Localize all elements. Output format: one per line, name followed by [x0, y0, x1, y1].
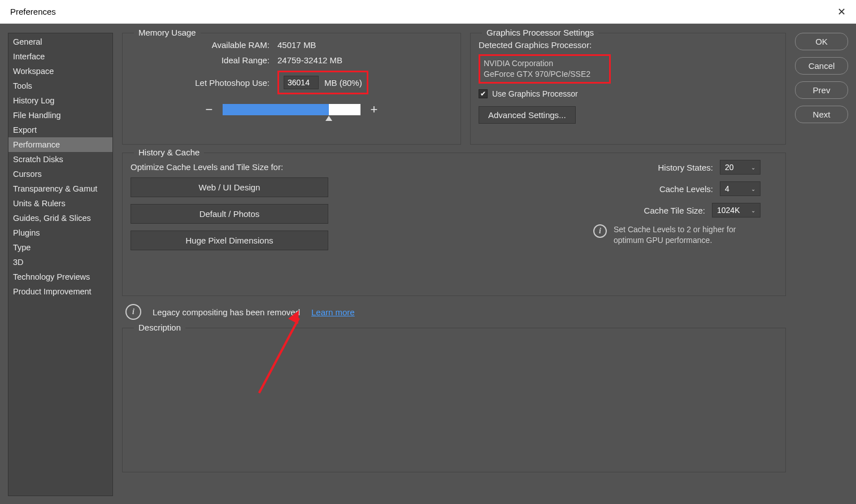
sidebar-item-workspace[interactable]: Workspace	[8, 64, 112, 79]
info-icon: i	[125, 304, 141, 320]
gpu-model: GeForce GTX 970/PCIe/SSE2	[484, 69, 606, 80]
cache-tile-label: Cache Tile Size:	[644, 206, 705, 215]
sidebar-item-units-rulers[interactable]: Units & Rulers	[8, 196, 112, 211]
window-title: Preferences	[10, 7, 56, 16]
cache-info-text: Set Cache Levels to 2 or higher for opti…	[614, 224, 761, 246]
memory-use-input[interactable]	[284, 76, 319, 89]
gpu-settings-group: Graphics Processor Settings Detected Gra…	[470, 33, 786, 145]
sidebar-item-export[interactable]: Export	[8, 123, 112, 137]
let-use-label: Let Photoshop Use:	[131, 78, 277, 88]
sidebar-item-general[interactable]: General	[8, 34, 112, 49]
description-title: Description	[134, 323, 185, 332]
annotation-red-box-memory: MB (80%)	[277, 71, 368, 94]
sidebar-item-3d[interactable]: 3D	[8, 255, 112, 270]
cancel-button[interactable]: Cancel	[795, 57, 848, 75]
preset-default-button[interactable]: Default / Photos	[131, 204, 328, 224]
sidebar-item-cursors[interactable]: Cursors	[8, 167, 112, 181]
use-gpu-label: Use Graphics Processor	[492, 89, 578, 98]
optimize-label: Optimize Cache Levels and Tile Size for:	[131, 162, 328, 172]
slider-fill	[223, 104, 329, 115]
gpu-title: Graphics Processor Settings	[482, 28, 598, 37]
sidebar-item-type[interactable]: Type	[8, 240, 112, 255]
prev-button[interactable]: Prev	[795, 81, 848, 99]
available-ram-label: Available RAM:	[131, 40, 277, 50]
use-gpu-checkbox[interactable]: ✔	[479, 89, 488, 98]
sidebar-item-product-improvement[interactable]: Product Improvement	[8, 284, 112, 299]
dialog-buttons: OK Cancel Prev Next	[795, 33, 848, 496]
cache-levels-value: 4	[725, 184, 729, 193]
legacy-notice: i Legacy compositing has been removed Le…	[122, 304, 786, 320]
sidebar-item-file-handling[interactable]: File Handling	[8, 108, 112, 123]
info-icon: i	[593, 224, 607, 238]
description-group: Description	[122, 328, 786, 472]
sidebar-item-technology-previews[interactable]: Technology Previews	[8, 270, 112, 284]
ideal-range-label: Ideal Range:	[131, 55, 277, 65]
history-title: History & Cache	[134, 147, 204, 157]
close-icon[interactable]: ✕	[837, 6, 846, 18]
gpu-vendor: NVIDIA Corporation	[484, 58, 606, 69]
slider-thumb-icon[interactable]	[325, 116, 332, 121]
sidebar-item-plugins[interactable]: Plugins	[8, 225, 112, 240]
sidebar-item-transparency-gamut[interactable]: Transparency & Gamut	[8, 181, 112, 196]
chevron-down-icon: ⌄	[751, 186, 755, 192]
sidebar-item-tools[interactable]: Tools	[8, 79, 112, 93]
cache-levels-label: Cache Levels:	[659, 184, 713, 194]
chevron-down-icon: ⌄	[751, 164, 755, 171]
cache-tile-dropdown[interactable]: 1024K ⌄	[712, 203, 761, 218]
next-button[interactable]: Next	[795, 106, 848, 123]
history-states-dropdown[interactable]: 20 ⌄	[720, 160, 761, 175]
minus-icon[interactable]: −	[203, 102, 215, 117]
sidebar-item-history-log[interactable]: History Log	[8, 93, 112, 108]
preset-web-ui-button[interactable]: Web / UI Design	[131, 177, 328, 197]
memory-usage-group: Memory Usage Available RAM: 45017 MB Ide…	[122, 33, 461, 145]
history-states-value: 20	[725, 163, 734, 172]
cache-tile-value: 1024K	[717, 206, 740, 215]
legacy-text: Legacy compositing has been removed	[153, 307, 300, 317]
learn-more-link[interactable]: Learn more	[311, 307, 355, 317]
plus-icon[interactable]: +	[368, 102, 380, 117]
available-ram-value: 45017 MB	[277, 40, 316, 50]
advanced-settings-button[interactable]: Advanced Settings...	[479, 106, 576, 124]
history-states-label: History States:	[658, 163, 713, 172]
sidebar: GeneralInterfaceWorkspaceToolsHistory Lo…	[8, 33, 113, 496]
memory-slider[interactable]	[223, 104, 360, 115]
preset-huge-button[interactable]: Huge Pixel Dimensions	[131, 231, 328, 250]
memory-use-unit: MB (80%)	[324, 78, 362, 88]
ideal-range-value: 24759-32412 MB	[277, 55, 342, 65]
memory-title: Memory Usage	[134, 28, 201, 37]
history-cache-group: History & Cache Optimize Cache Levels an…	[122, 153, 786, 296]
chevron-down-icon: ⌄	[751, 207, 755, 214]
sidebar-item-performance[interactable]: Performance	[8, 137, 112, 152]
sidebar-item-scratch-disks[interactable]: Scratch Disks	[8, 152, 112, 167]
annotation-red-box-gpu: NVIDIA Corporation GeForce GTX 970/PCIe/…	[479, 54, 611, 84]
cache-levels-dropdown[interactable]: 4 ⌄	[720, 181, 761, 196]
detected-gpu-label: Detected Graphics Processor:	[479, 40, 777, 50]
sidebar-item-interface[interactable]: Interface	[8, 49, 112, 64]
ok-button[interactable]: OK	[795, 33, 848, 50]
sidebar-item-guides-grid-slices[interactable]: Guides, Grid & Slices	[8, 211, 112, 225]
titlebar: Preferences ✕	[0, 0, 856, 24]
